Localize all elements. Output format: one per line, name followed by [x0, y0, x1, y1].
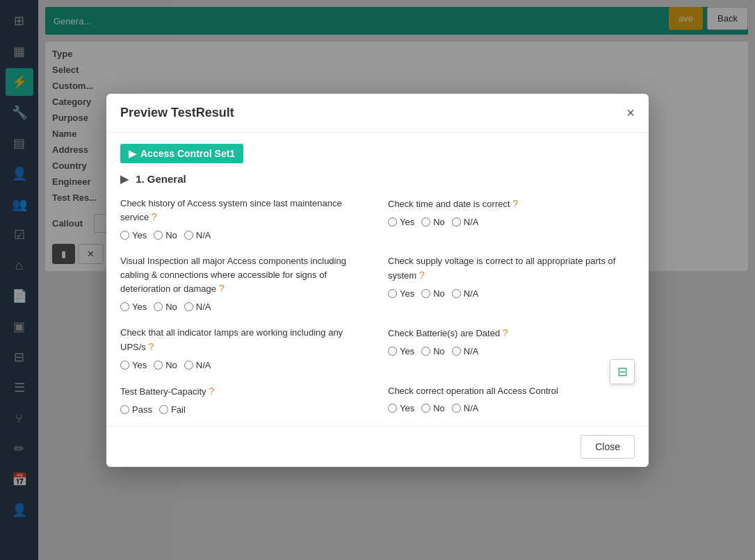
question-text-q4: Check supply voltage is correct to all a… [388, 254, 635, 283]
radio-yes-q3[interactable]: Yes [120, 302, 147, 312]
question-item-q7: Test Battery-Capacity ? Pass Fail [120, 384, 367, 415]
help-icon-q3[interactable]: ? [219, 283, 225, 294]
question-item-q4: Check supply voltage is correct to all a… [388, 254, 635, 312]
radio-no-q6[interactable]: No [421, 346, 445, 356]
radio-group-q1: Yes No N/A [120, 230, 367, 240]
radio-yes-q4[interactable]: Yes [388, 288, 414, 299]
help-icon-q6[interactable]: ? [503, 327, 508, 338]
radio-yes-q2[interactable]: Yes [388, 217, 414, 227]
subsection-name: 1. General [136, 173, 186, 185]
modal-close-button[interactable]: × [626, 105, 635, 121]
radio-na-q8[interactable]: N/A [452, 403, 479, 413]
modal-footer: Close [106, 426, 649, 467]
section-name: Access Control Set1 [140, 148, 235, 159]
radio-na-q5[interactable]: N/A [184, 360, 211, 370]
radio-group-q2: Yes No N/A [388, 217, 635, 227]
radio-na-q4[interactable]: N/A [452, 288, 479, 299]
radio-group-q4: Yes No N/A [388, 288, 635, 299]
radio-yes-q5[interactable]: Yes [120, 360, 147, 370]
modal-title: Preview TestResult [120, 106, 234, 120]
radio-no-q5[interactable]: No [154, 360, 177, 370]
help-icon-q1[interactable]: ? [152, 211, 157, 222]
radio-group-q3: Yes No N/A [120, 302, 367, 312]
radio-na-q2[interactable]: N/A [452, 217, 479, 227]
section-header[interactable]: ▶ Access Control Set1 [120, 144, 243, 163]
radio-fail-q7[interactable]: Fail [159, 404, 186, 415]
radio-na-q3[interactable]: N/A [184, 302, 211, 312]
question-text-q3: Visual Inspection all major Access compo… [120, 254, 367, 296]
help-float-icon: ⊟ [617, 364, 628, 379]
radio-yes-q6[interactable]: Yes [388, 346, 414, 356]
radio-no-q8[interactable]: No [421, 403, 445, 413]
modal-header: Preview TestResult × [106, 94, 649, 133]
radio-group-q7: Pass Fail [120, 404, 367, 415]
questions-grid: Check history of Access system since las… [120, 197, 635, 415]
question-text-q7: Test Battery-Capacity ? [120, 384, 367, 399]
radio-no-q3[interactable]: No [154, 302, 177, 312]
question-item-q2: Check time and date is correct ? Yes No … [388, 197, 635, 241]
radio-yes-q8[interactable]: Yes [388, 403, 414, 413]
help-icon-q2[interactable]: ? [512, 198, 518, 209]
question-text-q2: Check time and date is correct ? [388, 197, 635, 211]
preview-testresult-modal: Preview TestResult × ▶ Access Control Se… [106, 94, 649, 467]
modal-body[interactable]: ▶ Access Control Set1 ▶ 1. General Check… [106, 133, 649, 426]
radio-na-q1[interactable]: N/A [184, 230, 211, 240]
radio-no-q1[interactable]: No [154, 230, 177, 240]
question-item-q1: Check history of Access system since las… [120, 197, 367, 241]
modal-close-footer-button[interactable]: Close [581, 435, 635, 459]
question-item-q6: Check Batterie(s) are Dated ? Yes No N/A [388, 326, 635, 370]
help-float-button[interactable]: ⊟ [610, 359, 635, 384]
radio-group-q8: Yes No N/A [388, 403, 635, 413]
subsection-title: ▶ 1. General [120, 173, 635, 186]
question-item-q8: Check correct operation all Access Contr… [388, 384, 635, 415]
section-arrow-icon: ▶ [129, 148, 136, 159]
radio-na-q6[interactable]: N/A [452, 346, 479, 356]
question-item-q3: Visual Inspection all major Access compo… [120, 254, 367, 312]
radio-group-q6: Yes No N/A [388, 346, 635, 356]
question-text-q6: Check Batterie(s) are Dated ? [388, 326, 635, 340]
question-item-q5: Check that all indicator lamps are worki… [120, 326, 367, 370]
radio-no-q2[interactable]: No [421, 217, 445, 227]
modal-overlay: Preview TestResult × ▶ Access Control Se… [0, 0, 755, 560]
question-text-q8: Check correct operation all Access Contr… [388, 384, 635, 398]
radio-pass-q7[interactable]: Pass [120, 404, 152, 415]
help-icon-q7[interactable]: ? [209, 386, 214, 397]
radio-no-q4[interactable]: No [421, 288, 445, 299]
help-icon-q5[interactable]: ? [148, 341, 154, 352]
radio-yes-q1[interactable]: Yes [120, 230, 147, 240]
question-text-q1: Check history of Access system since las… [120, 197, 367, 225]
question-text-q5: Check that all indicator lamps are worki… [120, 326, 367, 354]
subsection-arrow-icon: ▶ [120, 173, 129, 185]
help-icon-q4[interactable]: ? [419, 270, 425, 281]
radio-group-q5: Yes No N/A [120, 360, 367, 370]
